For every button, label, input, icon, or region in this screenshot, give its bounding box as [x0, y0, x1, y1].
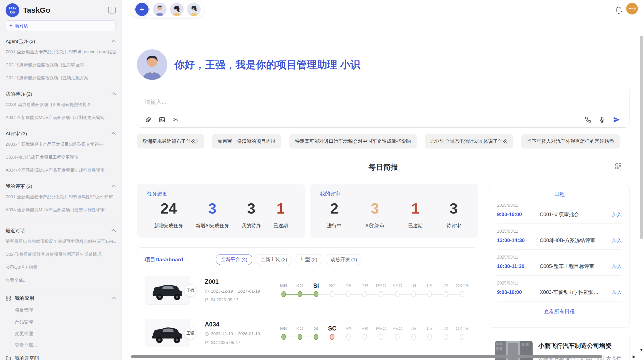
- project-code[interactable]: Z001: [205, 278, 269, 285]
- suggestion-chips: 欧洲新规最近颁布了什么? 如何写一份清晰的项目周报 特朗普可能对进口汽车增税会对…: [137, 134, 630, 148]
- agent-avatar-3[interactable]: [187, 3, 201, 16]
- schedule-name: C005-整车工程目标评审: [540, 263, 612, 270]
- agent-avatar-2[interactable]: [170, 3, 184, 16]
- chevron-up-icon[interactable]: [111, 40, 116, 44]
- milestone-dot: [427, 334, 432, 340]
- list-item[interactable]: A034-全新新能源MUV产品开发项目造型可行性评审: [6, 204, 116, 216]
- milestone-dot: [298, 291, 302, 297]
- stat-new-completed: 24 新增完成任务: [154, 200, 183, 229]
- list-item[interactable]: 解释最新出台的欧盟报废车法规再生塑料比例被调至15%...: [6, 236, 116, 247]
- sidebar-collapse-icon[interactable]: [108, 7, 116, 13]
- suggestion-chip[interactable]: 特朗普可能对进口汽车增税会对中国车企造成哪些影响: [289, 134, 417, 148]
- tab-new-platform[interactable]: 全新平台 (4): [216, 254, 252, 265]
- milestone-dot: [460, 291, 464, 297]
- suggestion-chip[interactable]: 当下年轻人对汽车外观有怎样的喜好趋势: [521, 134, 620, 148]
- owner-badge[interactable]: 王强: [184, 284, 196, 296]
- owner-badge[interactable]: 王强: [184, 327, 196, 339]
- send-icon[interactable]: [613, 116, 620, 123]
- chevron-up-icon[interactable]: [111, 297, 116, 301]
- milestone-dot-current: [314, 291, 318, 297]
- sidebar-item-cloud-space[interactable]: 我的云空间: [6, 352, 116, 360]
- chevron-up-icon[interactable]: [111, 132, 116, 137]
- layout-grid-icon[interactable]: [615, 163, 622, 170]
- add-agent-button[interactable]: +: [134, 2, 150, 17]
- sidebar-item-change-mgmt[interactable]: 变更管理: [6, 328, 116, 339]
- join-button[interactable]: 加入: [612, 289, 622, 296]
- project-photo: 王强: [145, 276, 190, 305]
- stat-overdue: 1 已逾期: [273, 200, 288, 229]
- project-photo: 王强: [145, 319, 190, 347]
- list-item[interactable]: 公司Q3轻卡销量: [6, 262, 116, 273]
- sidebar-item-product-mgmt[interactable]: 产品管理: [6, 316, 116, 327]
- chat-input[interactable]: [145, 98, 552, 108]
- voice-call-icon[interactable]: [584, 116, 592, 123]
- schedule-name: C001-立项审批会: [540, 211, 612, 218]
- list-item[interactable]: Z001-全新燃油轻卡产品开发项目SI节点属性5D文件评审: [6, 191, 116, 203]
- sidebar-item-my-apps[interactable]: 我的应用: [6, 292, 116, 304]
- task-progress-card: 任务进度 24 新增完成任务 3 新增AI完成任务 3 我的待办: [137, 184, 305, 238]
- list-item[interactable]: C02-飞腾新能源轻客改款项目的闭环通告反馈情况: [6, 249, 116, 260]
- scroll-down-arrow-icon[interactable]: ▼: [639, 348, 643, 352]
- project-dashboard-card: 项目Dashboard 全新平台 (4) 全新上装 (3) 年型 (2) 动总开…: [137, 247, 478, 360]
- scissors-icon[interactable]: ✂: [172, 116, 179, 123]
- view-all-schedule-link[interactable]: 查看所有日程: [497, 308, 622, 315]
- grid-icon: [6, 295, 11, 301]
- new-chat-button[interactable]: + 新对话: [6, 20, 116, 31]
- image-upload-icon[interactable]: [158, 116, 166, 123]
- suggestion-chip[interactable]: 欧洲新规最近颁布了什么?: [137, 134, 204, 148]
- join-button[interactable]: 加入: [612, 263, 622, 270]
- list-item[interactable]: A034-全新新能源MUV产品开发项目计划变更表编写: [6, 112, 116, 123]
- plus-icon: +: [135, 3, 149, 16]
- section-title: 我的待办 (2): [6, 91, 32, 97]
- agent-avatar-1[interactable]: [153, 3, 167, 16]
- join-button[interactable]: 加入: [612, 211, 622, 218]
- chevron-up-icon[interactable]: [111, 185, 116, 189]
- notification-bell-icon[interactable]: [615, 6, 623, 14]
- flag-icon: [205, 298, 209, 302]
- list-item[interactable]: C0X4-动力总成开发项目SI里程碑提交物检查: [6, 99, 116, 110]
- microphone-icon[interactable]: [599, 116, 606, 123]
- milestone-dot: [411, 291, 416, 297]
- card-title: 我的评审: [320, 190, 468, 197]
- clock-icon: [205, 289, 209, 293]
- suggestion-chip[interactable]: 比亚迪全固态电池计划具体说了什么: [425, 134, 513, 148]
- project-code[interactable]: A034: [205, 321, 269, 328]
- chevron-up-icon[interactable]: [111, 93, 116, 97]
- milestone-dot: [444, 334, 448, 340]
- tab-year-model[interactable]: 年型 (2): [296, 254, 322, 265]
- view-all-link[interactable]: 查看全部...: [6, 275, 116, 286]
- list-item[interactable]: C02-飞腾新能源轻客改款项目立项汇报方案: [6, 72, 116, 84]
- section-my-todo: 我的待办 (2) C0X4-动力总成开发项目SI里程碑提交物检查 A034-全新…: [6, 91, 116, 123]
- divider: [4, 220, 117, 220]
- user-avatar[interactable]: 王强: [626, 3, 638, 14]
- sidebar-header: Task Go TaskGo: [6, 0, 116, 20]
- sidebar-item-project-mgmt[interactable]: 项目管理: [6, 305, 116, 316]
- section-title: 我的评审 (2): [6, 183, 32, 190]
- milestone-dot: [346, 291, 351, 297]
- milestone-strip: MR KO SI SC PA PR PEC FEC LR LS J1 OKTB: [275, 324, 470, 340]
- stat-my-todo: 3 我的待办: [242, 200, 261, 229]
- milestone-dot: [427, 291, 432, 297]
- card-title: 任务进度: [147, 190, 295, 197]
- scroll-right-arrow-icon[interactable]: ▶: [633, 354, 636, 359]
- list-item[interactable]: C0X4-动力总成开发项目工程变更评审: [6, 152, 116, 163]
- schedule-date: 2025/03/11: [497, 281, 622, 286]
- list-item[interactable]: Z001-全新燃油轻卡产品开发项目SI造型提交物评审: [6, 139, 116, 150]
- view-all-link[interactable]: 查看全部...: [6, 340, 116, 351]
- list-item[interactable]: C02-飞腾新能源轻客改款项目里程碑画布: [6, 59, 116, 71]
- dashboard-title: 项目Dashboard: [145, 256, 208, 263]
- tab-powertrain[interactable]: 动总开发 (1): [326, 254, 362, 265]
- list-item[interactable]: Z001-全新燃油皮卡产品开发项目SI节点Lesson Learn报告: [6, 46, 116, 58]
- vertical-scrollbar[interactable]: [640, 36, 643, 239]
- suggestion-chip[interactable]: 如何写一份清晰的项目周报: [212, 134, 281, 148]
- list-item[interactable]: A034-全新新能源MUV产品开发项目法规符合性评审: [6, 164, 116, 176]
- schedule-time: 13:00-14:30: [497, 237, 540, 243]
- attachment-icon[interactable]: [145, 116, 152, 123]
- tab-new-body[interactable]: 全新上装 (3): [256, 254, 292, 265]
- left-column: 任务进度 24 新增完成任务 3 新增AI完成任务 3 我的待办: [137, 184, 478, 360]
- chevron-up-icon[interactable]: [111, 229, 116, 234]
- milestone-dot-overdue: [330, 334, 334, 340]
- milestone-dot: [281, 291, 286, 297]
- horizontal-scrollbar[interactable]: [131, 355, 602, 358]
- join-button[interactable]: 加入: [612, 237, 622, 244]
